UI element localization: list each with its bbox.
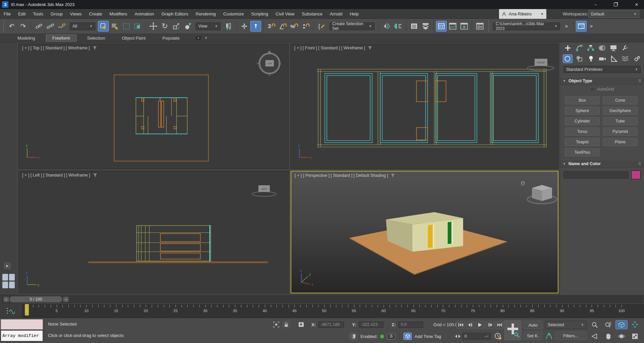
snaps-toggle-icon[interactable]: 3 [266,21,277,32]
selected-keyset-dropdown[interactable]: Selected▼ [545,321,587,329]
filter-funnel-icon[interactable] [368,46,372,50]
object-type-pyramid[interactable]: Pyramid [603,128,638,136]
object-type-tube[interactable]: Tube [603,117,638,125]
window-crossing-icon[interactable] [132,21,143,32]
viewcube-front[interactable]: FRONT [527,59,554,70]
redo-button[interactable]: ↷ [18,21,29,32]
pan-hand-icon[interactable] [602,332,614,341]
viewcube-perspective[interactable] [527,185,557,204]
close-button[interactable]: × [629,0,644,9]
object-name-field[interactable] [563,171,629,179]
render-frame-window-button[interactable] [576,21,587,32]
menu-item-rendering[interactable]: Rendering [192,9,219,19]
zoom-icon[interactable] [589,320,601,329]
object-type-plane[interactable]: Plane [603,138,638,146]
select-and-scale-icon[interactable] [171,21,182,32]
category-cameras-icon[interactable] [598,54,607,63]
zoom-extents-selected-icon[interactable] [615,320,628,329]
track-bar[interactable]: 0510152025303540455055606570758085909510… [0,303,644,318]
menu-item-tools[interactable]: Tools [29,9,47,19]
undo-button[interactable]: ↶ [6,21,17,32]
viewport-perspective-label[interactable]: [ + ] [ Perspective ] [ Standard ] [ Def… [295,173,395,178]
tab-hierarchy-icon[interactable] [586,44,596,52]
menu-item-civil-view[interactable]: Civil View [272,9,298,19]
percent-snap-icon[interactable]: % [289,21,300,32]
object-type-cylinder[interactable]: Cylinder [565,117,600,125]
use-pivot-point-icon[interactable] [223,21,234,32]
object-type-textplus[interactable]: TextPlus [565,148,600,156]
filter-funnel-icon[interactable] [93,46,97,50]
auto-key-button[interactable]: Auto [524,321,542,329]
toggle-ribbon-icon[interactable] [436,21,447,32]
go-to-end-button[interactable] [495,321,504,329]
category-helpers-icon[interactable] [609,54,619,63]
spinner-snap-icon[interactable] [300,21,311,32]
ribbon-tab-selection[interactable]: Selection [81,35,111,41]
category-geometry-icon[interactable] [563,54,573,63]
align-icon[interactable] [393,21,404,32]
curve-editor-icon[interactable] [447,21,458,32]
filter-funnel-icon[interactable] [93,173,97,177]
track-ruler[interactable]: 0510152025303540455055606570758085909510… [0,303,644,318]
select-by-name-icon[interactable] [109,21,120,32]
z-coordinate-field[interactable]: 0.0 [398,322,423,328]
ribbon-tab-modeling[interactable]: Modeling [11,35,41,41]
time-slider-handle[interactable]: 0 / 100 [10,296,62,302]
toolbar-grip[interactable] [3,20,4,32]
render-setup-icon[interactable] [475,21,485,32]
minimize-button[interactable]: – [588,0,603,9]
menu-item-animation[interactable]: Animation [131,9,158,19]
tab-utilities-icon[interactable] [620,44,630,52]
previous-frame-arrow[interactable]: < [3,297,9,302]
viewcube-left[interactable]: LEFT [252,185,276,196]
zoom-extents-all-icon[interactable] [629,320,641,329]
bind-to-space-warp-icon[interactable] [56,21,67,32]
menu-item-group[interactable]: Group [47,9,66,19]
autogrid-checkbox[interactable] [590,87,595,92]
tab-motion-icon[interactable] [597,44,607,52]
time-slider-track[interactable] [2,296,642,303]
previous-frame-button[interactable] [466,321,474,329]
next-frame-arrow[interactable]: > [63,297,69,302]
tab-create-icon[interactable] [563,44,573,52]
select-and-rotate-icon[interactable]: ↻ [159,21,170,32]
time-configuration-icon[interactable] [494,332,502,340]
menu-item-help[interactable]: Help [346,9,362,19]
restore-button[interactable] [608,0,623,9]
angle-snap-icon[interactable] [278,21,288,32]
play-animation-button[interactable] [475,321,485,329]
schematic-view-icon[interactable] [459,21,469,32]
menu-item-edit[interactable]: Edit [14,9,29,19]
workspace-dropdown[interactable]: Default ▼ [588,10,639,18]
viewport-perspective[interactable]: [ + ] [ Perspective ] [ Standard ] [ Def… [291,171,558,293]
frame-step-arrows-icon[interactable] [455,334,460,338]
menu-item-scripting[interactable]: Scripting [248,9,272,19]
absolute-mode-transform-icon[interactable] [297,321,305,328]
tab-display-icon[interactable] [608,44,618,52]
object-type-sphere[interactable]: Sphere [565,107,600,115]
zoom-all-icon[interactable] [602,320,614,329]
menu-item-substance[interactable]: Substance [298,9,326,19]
object-type-teapot[interactable]: Teapot [565,138,600,146]
object-type-rollout-header[interactable]: ▼ Object Type ⠿ [560,77,644,85]
category-systems-icon[interactable] [632,54,642,63]
select-and-move-icon[interactable] [148,21,159,32]
user-account-menu[interactable]: Ana Ribeiro ▼ [499,9,546,19]
viewport-layout-tab-icon[interactable] [2,274,15,289]
time-tag-cube-icon[interactable] [403,333,412,340]
layout-flyout-button[interactable]: ▶ [4,262,11,269]
maxscript-listener-input[interactable]: Array modifier [1,330,43,341]
menu-item-file[interactable]: File [0,9,14,19]
maxscript-listener-output[interactable] [1,319,43,330]
select-and-manipulate-icon[interactable] [239,21,250,32]
menu-item-modifiers[interactable]: Modifiers [106,9,131,19]
object-color-swatch[interactable] [631,170,641,179]
reference-coordinate-dropdown[interactable]: View▼ [196,22,220,30]
toolbar-overflow-button-2[interactable]: » [587,21,595,32]
set-key-button[interactable]: Set K. [524,332,542,340]
menu-item-arnold[interactable]: Arnold [326,9,346,19]
next-frame-button[interactable] [486,321,494,329]
viewport-front[interactable]: [ + ] [ Front ] [ Standard ] [ Wireframe… [291,44,558,169]
toggle-scene-explorer-icon[interactable] [409,21,419,32]
menu-item-graph-editors[interactable]: Graph Editors [158,9,192,19]
